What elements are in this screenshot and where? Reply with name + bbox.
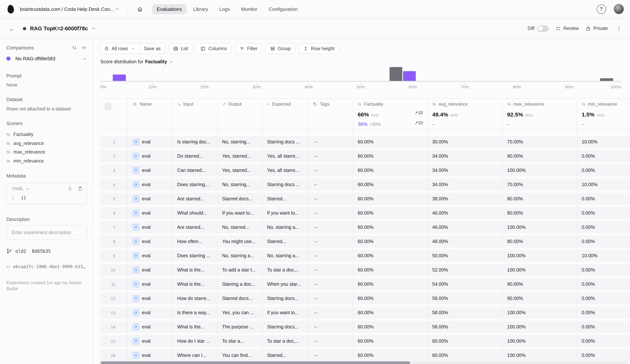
column-header-name[interactable]: Name	[127, 98, 172, 129]
back-button[interactable]: ←	[7, 24, 17, 33]
select-all-checkbox[interactable]	[104, 103, 111, 110]
histogram-bar[interactable]	[113, 74, 126, 81]
score-average: 92.5%	[507, 111, 523, 118]
description-input[interactable]	[6, 225, 87, 240]
review-button[interactable]: Review	[556, 26, 579, 31]
help-button[interactable]: ?	[597, 4, 606, 14]
collapse-sidebar-icon[interactable]	[82, 45, 87, 50]
comparison-experiment-item[interactable]: No RAG-df99e583	[6, 56, 87, 62]
metadata-code-area[interactable]: 1 {}	[7, 192, 87, 204]
line-number: 1	[12, 195, 14, 200]
cell-score-3: 0.00%	[577, 210, 630, 216]
row-height-button[interactable]: Row height	[299, 43, 339, 54]
scorer-item-Factuality[interactable]: %Factuality	[6, 132, 87, 137]
tab-library[interactable]: Library	[188, 4, 212, 14]
table-row[interactable]: 16 eval Where can I... You can find... S…	[100, 350, 630, 361]
tab-monitor[interactable]: Monitor	[236, 4, 262, 14]
column-header-max_relevance[interactable]: %max_relevance 92.5%AVG –	[502, 98, 577, 129]
table-row[interactable]: 1 eval Is starring doc... No, starring..…	[100, 136, 630, 148]
eval-badge-icon	[132, 153, 139, 160]
save-as-button[interactable]: Save as	[139, 44, 165, 54]
cell-output: Starred docs...	[217, 196, 262, 202]
column-header-min_relevance[interactable]: %min_relevance 1.5%AVG –	[577, 98, 630, 129]
braintrust-app: braintrustdata.com / Coda Help Desk Coo.…	[0, 0, 630, 364]
table-body: 1 eval Is starring doc... No, starring..…	[100, 130, 630, 361]
table-row[interactable]: 6 eval What should... If you want to... …	[100, 207, 630, 219]
cell-expected: Starred...	[262, 239, 308, 244]
table-row[interactable]: 10 eval What is the... To add a star t..…	[100, 264, 630, 276]
column-label: Factuality	[364, 102, 383, 107]
table-row[interactable]: 9 eval Does starring ... No, starring a.…	[100, 250, 630, 262]
table-row[interactable]: 7 eval Are starred... No, starred... No,…	[100, 221, 630, 233]
list-view-button[interactable]: List	[168, 43, 193, 54]
collapse-vertical-icon[interactable]	[68, 186, 73, 191]
diff-toggle[interactable]	[538, 25, 549, 32]
column-header-output[interactable]: ↗Output	[217, 98, 262, 129]
cell-tags: –	[308, 225, 353, 230]
chevron-down-icon[interactable]	[91, 26, 96, 31]
cell-input: Can starred...	[172, 168, 217, 173]
axis-tick-label: 70%	[461, 85, 469, 89]
cell-output: Starring a doc...	[217, 282, 262, 287]
avg-tag: AVG	[450, 113, 458, 117]
eval-badge-icon	[132, 281, 139, 288]
scorer-item-max_relevance[interactable]: %max_relevance	[6, 150, 87, 155]
tab-evaluations[interactable]: Evaluations	[152, 4, 186, 14]
all-rows-button[interactable]: All rows	[100, 44, 139, 54]
cell-score-1: 46.00%	[427, 210, 502, 216]
experiment-id-row[interactable]: ID e6caa2fc-1906-4be1-9909-b15…	[6, 264, 87, 269]
histogram-bar[interactable]	[403, 71, 416, 81]
group-button[interactable]: Group	[265, 43, 295, 54]
column-header-avg_relevance[interactable]: %avg_relevance 49.4%AVG –	[427, 98, 502, 129]
cell-score-1: 60.00%	[427, 353, 502, 358]
cell-score-1: 34.00%	[427, 168, 502, 173]
row-number: 7	[100, 225, 127, 230]
scorer-item-min_relevance[interactable]: %min_relevance	[6, 158, 87, 164]
cell-tags: –	[308, 268, 353, 273]
table-row[interactable]: 2 eval Do starred... Yes, starred... Yes…	[100, 150, 630, 162]
home-button[interactable]	[136, 4, 145, 14]
table-row[interactable]: 3 eval Can starred... Yes, starred... Ye…	[100, 164, 630, 176]
scorer-item-avg_relevance[interactable]: %avg_relevance	[6, 140, 87, 146]
histogram-bar[interactable]	[600, 78, 613, 81]
score-distribution-selector[interactable]: Score distribution for Factuality	[100, 59, 174, 64]
sort-icon[interactable]	[72, 45, 77, 50]
cell-input: Do starred...	[172, 154, 217, 159]
tab-configuration[interactable]: Configuration	[264, 4, 302, 14]
more-menu-button[interactable]: ⋮	[615, 25, 623, 32]
cell-score-2: 90.00%	[502, 154, 577, 159]
percent-icon: %	[582, 102, 586, 106]
table-row[interactable]: 14 eval What is the... The purpose ... S…	[100, 321, 630, 333]
git-ref[interactable]: old2 8d65b35	[6, 248, 87, 254]
metadata-language-select[interactable]: YAML	[12, 186, 30, 191]
table-row[interactable]: 5 eval Are starred... Starred docs... St…	[100, 193, 630, 205]
table-row[interactable]: 12 eval How do starre... Starred docs...…	[100, 292, 630, 304]
table-row[interactable]: 11 eval What is the... Starring a doc...…	[100, 278, 630, 290]
table-row[interactable]: 15 eval How do I star ... To star a... T…	[100, 335, 630, 347]
column-header-Factuality[interactable]: %Factuality 66%AVG↗10 36%+30%↗10	[353, 98, 427, 129]
braintrust-logo-icon[interactable]	[7, 4, 14, 14]
private-button[interactable]: Private	[586, 26, 608, 31]
axis-tick-label: 20%	[200, 85, 209, 89]
tab-logs[interactable]: Logs	[215, 4, 234, 14]
user-avatar[interactable]	[614, 4, 624, 14]
comparison-experiment-name: No RAG-df99e583	[15, 56, 56, 62]
table-row[interactable]: 8 eval How often... You might use... Sta…	[100, 236, 630, 247]
horizontal-scrollbar[interactable]	[100, 362, 628, 364]
columns-button[interactable]: Columns	[196, 43, 232, 54]
column-header-tags[interactable]: Tags	[308, 98, 353, 129]
histogram-bar[interactable]	[389, 67, 402, 81]
cell-score-1: 48.00%	[427, 239, 502, 244]
table-row[interactable]: 13 eval Is there a way... Yes, you can .…	[100, 307, 630, 318]
table-row[interactable]: 4 eval Does starring... No, starring... …	[100, 179, 630, 190]
scrollbar-thumb[interactable]	[101, 362, 410, 364]
cell-output: The purpose ...	[217, 324, 262, 330]
project-breadcrumb[interactable]: braintrustdata.com / Coda Help Desk Coo.…	[20, 6, 120, 12]
copy-icon[interactable]	[78, 186, 83, 191]
column-header-expected[interactable]: =Expected	[262, 98, 308, 129]
cell-score-1: 34.00%	[427, 154, 502, 159]
eval-badge-icon	[132, 338, 139, 344]
cell-score-2: 70.00%	[502, 139, 577, 144]
column-header-input[interactable]: ↘Input	[172, 98, 217, 129]
filter-button[interactable]: Filter	[235, 43, 262, 54]
